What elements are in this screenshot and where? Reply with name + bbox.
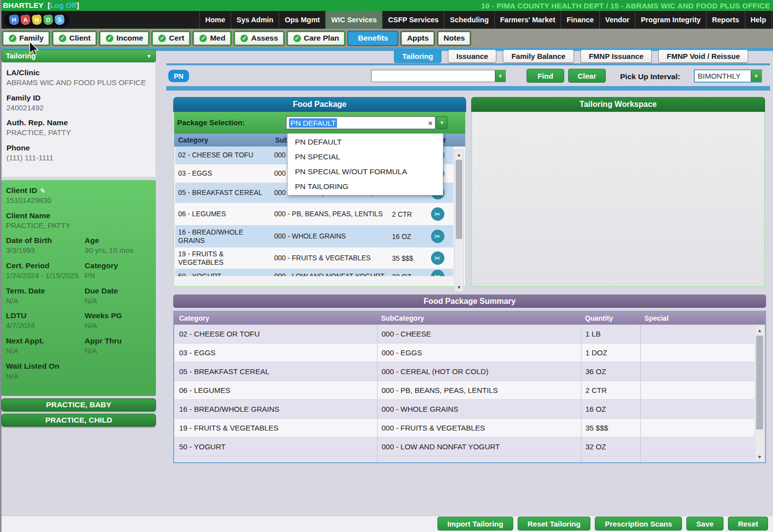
- table-row[interactable]: 16 - BREAD/WHOLE GRAINS000 - WHOLE GRAIN…: [174, 400, 754, 419]
- check-icon: ✓: [105, 34, 114, 43]
- summary-scrollbar[interactable]: ▲ ▼: [755, 325, 765, 462]
- food-package-scrollbar[interactable]: ▲ ▼: [454, 149, 464, 292]
- pickup-interval-select[interactable]: BIMONTHLY ▼: [694, 69, 762, 83]
- sidebar-field-auth-rep-name: Auth. Rep. NamePRACTICE, PATTY: [6, 118, 151, 137]
- family-member-button-practice-child[interactable]: PRACTICE, CHILD: [1, 414, 156, 427]
- menu-scheduling[interactable]: Scheduling: [444, 11, 494, 29]
- client-info-panel: Client ID✎15101429830Client NamePRACTICE…: [1, 180, 156, 396]
- subtab-fmnp-void-reissue[interactable]: FMNP Void / Reissue: [658, 49, 748, 63]
- find-button[interactable]: Find: [527, 69, 564, 83]
- tab-med[interactable]: ✓Med: [193, 31, 231, 46]
- cell-category: 16 - BREAD/WHOLE GRAINS: [175, 226, 271, 246]
- table-row[interactable]: 03 - EGGS000 - EGGS1 DOZ: [174, 343, 754, 362]
- table-row[interactable]: 06 - LEGUMES000 - PB, BEANS, PEAS, LENTI…: [175, 203, 453, 226]
- chevron-down-icon[interactable]: ▼: [495, 70, 505, 82]
- dropdown-option-pn-special[interactable]: PN SPECIAL: [288, 149, 443, 164]
- menu-csfp-services[interactable]: CSFP Services: [382, 11, 444, 29]
- sidebar-field-category: CategoryPN: [85, 261, 151, 280]
- food-package-summary-panel: Food Package Summary CategorySubCategory…: [173, 294, 766, 465]
- scroll-up-icon[interactable]: ▲: [755, 326, 764, 335]
- footer-action-buttons: Import TailoringReset TailoringPrescript…: [437, 517, 768, 531]
- chevron-down-icon[interactable]: ▼: [436, 116, 447, 129]
- divider-strip: [166, 86, 770, 91]
- tab-client[interactable]: ✓Client: [52, 31, 97, 46]
- field-value: PRACTICE, PATTY: [6, 221, 151, 230]
- tab-label: Notes: [443, 34, 465, 43]
- menu-vendor[interactable]: Vendor: [599, 11, 635, 29]
- dropdown-option-pn-tailoring[interactable]: PN TAILORING: [288, 179, 443, 194]
- tab-cert[interactable]: ✓Cert: [152, 31, 190, 46]
- subtab-family-balance[interactable]: Family Balance: [503, 49, 574, 63]
- menu-ops-mgmt[interactable]: Ops Mgmt: [279, 11, 325, 29]
- table-row[interactable]: 16 - BREAD/WHOLE GRAINS000 - WHOLE GRAIN…: [175, 226, 453, 247]
- dropdown-option-pn-special-w-out-formula[interactable]: PN SPECIAL W/OUT FORMULA: [288, 164, 443, 179]
- sidebar-section-dropdown[interactable]: Tailoring ▼: [1, 49, 156, 62]
- tab-income[interactable]: ✓Income: [99, 31, 149, 46]
- scroll-down-icon[interactable]: ▼: [755, 452, 764, 461]
- field-label: Client ID✎: [6, 186, 151, 195]
- menu-farmers-market[interactable]: Farmers' Market: [494, 11, 561, 29]
- scrollbar-thumb[interactable]: [756, 336, 763, 430]
- table-row[interactable]: 50 - YOGURT000 - LOW AND NONFAT YOGURT32…: [175, 269, 453, 276]
- menu-sys-admin[interactable]: Sys Admin: [231, 11, 279, 29]
- reset-button[interactable]: Reset: [728, 517, 768, 531]
- client-select-combo[interactable]: ▼: [371, 70, 506, 82]
- tailoring-workspace-body: [471, 112, 765, 287]
- field-value: 30 yrs, 10 mos: [85, 246, 151, 255]
- cell-subcategory: [377, 456, 581, 462]
- sidebar-field-client-name: Client NamePRACTICE, PATTY: [6, 211, 151, 230]
- menu-reports[interactable]: Reports: [706, 11, 745, 29]
- menu-help[interactable]: Help: [745, 11, 772, 29]
- clear-button[interactable]: Clear: [568, 69, 606, 83]
- family-members: PRACTICE, BABYPRACTICE, CHILD: [1, 398, 156, 427]
- tab-benefits[interactable]: Benefits: [348, 31, 398, 46]
- cell-category: 16 - BREAD/WHOLE GRAINS: [174, 405, 377, 413]
- cell-subcategory: 000 - FRUITS & VEGETABLES: [377, 419, 581, 437]
- cell-category: 02 - CHEESE OR TOFU: [174, 330, 377, 338]
- menu-home[interactable]: Home: [199, 11, 231, 29]
- table-row[interactable]: 19 - FRUITS & VEGETABLES000 - FRUITS & V…: [175, 247, 453, 269]
- tab-appts[interactable]: Appts: [401, 31, 435, 46]
- reset-tailoring-button[interactable]: Reset Tailoring: [518, 517, 590, 531]
- subtab-issuance[interactable]: Issuance: [448, 49, 496, 63]
- benefits-subtab-bar: TailoringIssuanceFamily BalanceFMNP Issu…: [394, 49, 748, 63]
- table-row[interactable]: 06 - LEGUMES000 - PB, BEANS, PEAS, LENTI…: [174, 381, 754, 400]
- category-badge[interactable]: PN: [168, 70, 189, 82]
- scissors-icon[interactable]: ✂: [431, 230, 444, 243]
- package-selection-input[interactable]: PN DEFAULT ×: [286, 116, 435, 129]
- scroll-down-icon[interactable]: ▼: [455, 283, 463, 291]
- tab-care-plan[interactable]: ✓Care Plan: [287, 31, 345, 46]
- tab-assess[interactable]: ✓Assess: [234, 31, 284, 46]
- scissors-icon[interactable]: ✂: [431, 270, 444, 276]
- menu-finance[interactable]: Finance: [561, 11, 599, 29]
- subtab-tailoring[interactable]: Tailoring: [394, 49, 441, 63]
- table-row[interactable]: 02 - CHEESE OR TOFU000 - CHEESE1 LB: [174, 325, 754, 343]
- table-row[interactable]: 19 - FRUITS & VEGETABLES000 - FRUITS & V…: [174, 419, 754, 437]
- tab-family[interactable]: ✓Family: [2, 31, 49, 46]
- prescription-scans-button[interactable]: Prescription Scans: [595, 517, 682, 531]
- scissors-icon[interactable]: ✂: [431, 251, 444, 265]
- chevron-down-icon[interactable]: ▼: [751, 70, 761, 82]
- clear-selection-icon[interactable]: ×: [428, 119, 433, 127]
- sidebar-field-wait-listed-on: Wait Listed OnN/A: [6, 362, 151, 381]
- cell-quantity: 2 CTR: [581, 381, 640, 399]
- edit-icon[interactable]: ✎: [40, 187, 46, 194]
- subtab-fmnp-issuance[interactable]: FMNP Issuance: [580, 49, 652, 63]
- table-row[interactable]: 05 - BREAKFAST CEREAL000 - CEREAL (HOT O…: [174, 362, 754, 381]
- family-member-button-practice-baby[interactable]: PRACTICE, BABY: [1, 398, 156, 411]
- save-button[interactable]: Save: [686, 517, 724, 531]
- sidebar-field-appr-thru: Appr ThruN/A: [85, 337, 151, 355]
- import-tailoring-button[interactable]: Import Tailoring: [437, 517, 513, 531]
- scrollbar-thumb[interactable]: [456, 160, 462, 239]
- scroll-up-icon[interactable]: ▲: [455, 150, 463, 159]
- package-selection-row: Package Selection: PN DEFAULT × ▼: [174, 112, 465, 134]
- module-tab-bar: ✓Family✓Client✓Income✓Cert✓Med✓Assess✓Ca…: [0, 29, 773, 48]
- dropdown-option-pn-default[interactable]: PN DEFAULT: [288, 135, 443, 149]
- menu-wic-services[interactable]: WIC Services: [325, 11, 382, 29]
- cell-category: 05 - BREAKFAST CEREAL: [175, 187, 271, 198]
- menu-program-integrity[interactable]: Program Integrity: [635, 11, 706, 29]
- table-row[interactable]: 50 - YOGURT000 - LOW AND NONFAT YOGURT32…: [174, 437, 754, 456]
- log-off-link[interactable]: Log Off: [50, 1, 76, 9]
- tab-notes[interactable]: Notes: [437, 31, 471, 46]
- scissors-icon[interactable]: ✂: [431, 207, 444, 221]
